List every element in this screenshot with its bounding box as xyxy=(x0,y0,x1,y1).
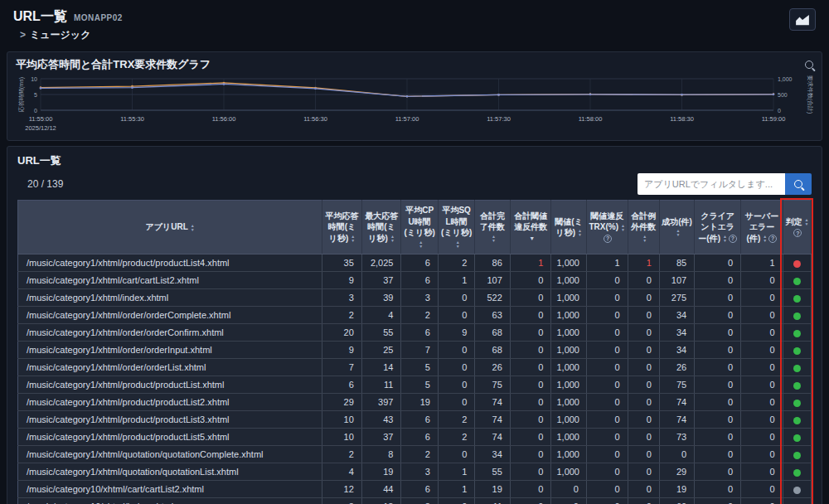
table-row[interactable]: /music/category1/xhtml/index.xhtml339305… xyxy=(18,289,812,307)
table-row[interactable]: /music/category1/xhtml/quotation/quotati… xyxy=(18,446,812,463)
value-cell: 74 xyxy=(475,411,510,429)
sort-icon[interactable]: ▲▼ xyxy=(456,240,460,249)
sort-icon[interactable]: ▲▼ xyxy=(723,235,727,243)
table-row[interactable]: /music/category1/xhtml/product/productLi… xyxy=(18,254,812,272)
status-green-dot xyxy=(793,417,801,424)
svg-text:5: 5 xyxy=(34,92,37,98)
help-icon[interactable]: ? xyxy=(793,229,802,237)
help-icon[interactable]: ? xyxy=(768,235,777,243)
value-cell: 0 xyxy=(741,342,783,359)
svg-text:要求件数(合計): 要求件数(合計) xyxy=(807,75,813,114)
chart-view-button[interactable] xyxy=(789,8,816,31)
column-header-13[interactable]: サーバーエラー(件)▲▼? xyxy=(741,201,783,254)
value-cell: 4 xyxy=(361,307,401,324)
app-url-cell[interactable]: /music/category1/xhtml/product/productLi… xyxy=(18,411,322,429)
column-header-7[interactable]: 合計閾値違反件数▼ xyxy=(510,201,551,254)
value-cell: 25 xyxy=(361,342,401,359)
status-green-dot xyxy=(793,313,801,320)
app-url-cell[interactable]: /music/category1/xhtml/order/orderInput.… xyxy=(18,342,322,359)
app-url-cell[interactable]: /music/category1/xhtml/quotation/quotati… xyxy=(18,463,322,481)
app-url-cell[interactable]: /music/category1/xhtml/order/orderComple… xyxy=(18,307,322,324)
table-row[interactable]: /music/category1/xhtml/order/orderConfir… xyxy=(18,324,812,342)
value-cell: 397 xyxy=(361,394,401,411)
table-row[interactable]: /music/category1/xhtml/order/orderComple… xyxy=(18,307,812,324)
app-url-cell[interactable]: /music/category1/xhtml/cart/cartList2.xh… xyxy=(18,272,322,289)
table-row[interactable]: /music/category1/xhtml/quotation/quotati… xyxy=(18,463,812,481)
app-url-cell[interactable]: /music/category1/xhtml/product/productLi… xyxy=(18,254,322,272)
judgement-cell xyxy=(783,429,811,446)
table-row[interactable]: /music/category1/xhtml/cart/cartList2.xh… xyxy=(18,272,812,289)
table-row[interactable]: /music/category1/xhtml/product/productLi… xyxy=(18,411,812,429)
sort-icon[interactable]: ▲▼ xyxy=(492,235,496,243)
sort-icon[interactable]: ▲▼ xyxy=(676,229,681,237)
zoom-icon[interactable] xyxy=(805,61,813,69)
sort-icon[interactable]: ▲▼ xyxy=(419,240,423,249)
sort-icon[interactable]: ▲▼ xyxy=(351,235,355,243)
column-header-10[interactable]: 合計例外件数▲▼ xyxy=(628,201,659,254)
app-url-cell[interactable]: /music/category10/xhtml/index.xhtml xyxy=(18,498,322,504)
svg-text:11:56:30: 11:56:30 xyxy=(303,115,327,123)
app-url-cell[interactable]: /music/category1/xhtml/quotation/quotati… xyxy=(18,446,322,463)
value-cell: 0 xyxy=(628,498,659,504)
value-cell: 2 xyxy=(401,307,438,324)
sort-icon[interactable]: ▲▼ xyxy=(390,235,395,243)
app-url-cell[interactable]: /music/category1/xhtml/order/orderList.x… xyxy=(18,359,322,376)
value-cell: 0 xyxy=(695,376,741,394)
value-cell: 74 xyxy=(475,394,510,411)
sort-desc-icon[interactable]: ▼ xyxy=(529,235,535,241)
table-row[interactable]: /music/category1/xhtml/order/orderInput.… xyxy=(18,342,812,359)
table-row[interactable]: /music/category1/xhtml/product/productLi… xyxy=(18,429,812,446)
app-url-cell[interactable]: /music/category1/xhtml/product/productLi… xyxy=(18,394,322,411)
column-header-5[interactable]: 平均SQL時間(ミリ秒)▲▼ xyxy=(438,201,474,254)
column-header-8[interactable]: 閾値(ミリ秒)▲▼ xyxy=(551,201,586,254)
value-cell: 37 xyxy=(361,429,401,446)
table-row[interactable]: /music/category1/xhtml/product/productLi… xyxy=(18,394,812,411)
value-cell: 74 xyxy=(659,411,694,429)
table-row[interactable]: /music/category1/xhtml/product/productLi… xyxy=(18,376,812,394)
value-cell: 20 xyxy=(322,324,362,342)
value-cell: 0 xyxy=(741,376,783,394)
value-cell: 60 xyxy=(659,498,694,504)
app-url-cell[interactable]: /music/category1/xhtml/order/orderConfir… xyxy=(18,324,322,342)
sort-icon[interactable]: ▲▼ xyxy=(621,224,625,232)
sort-icon[interactable]: ▲▼ xyxy=(763,235,767,243)
column-header-14[interactable]: 判定▲▼? xyxy=(783,201,811,254)
column-header-2[interactable]: 平均応答時間(ミリ秒)▲▼ xyxy=(322,201,362,254)
app-url-cell[interactable]: /music/category1/xhtml/product/productLi… xyxy=(18,376,322,394)
app-url-cell[interactable]: /music/category1/xhtml/product/productLi… xyxy=(18,429,322,446)
app-url-cell[interactable]: /music/category10/xhtml/cart/cartList2.x… xyxy=(18,481,322,498)
column-header-9[interactable]: 閾値違反TRX(%)▲▼? xyxy=(586,201,628,254)
status-green-dot xyxy=(793,382,801,390)
column-header-4[interactable]: 平均CPU時間(ミリ秒)▲▼ xyxy=(401,201,438,254)
value-cell: 1,000 xyxy=(551,394,586,411)
help-icon[interactable]: ? xyxy=(604,235,612,243)
table-row[interactable]: /music/category10/xhtml/cart/cartList2.x… xyxy=(18,481,812,498)
column-header-12[interactable]: クライアントエラー(件)▲▼? xyxy=(695,201,741,254)
sort-icon[interactable]: ▲▼ xyxy=(642,235,647,243)
value-cell: 1,000 xyxy=(551,254,586,272)
help-icon[interactable]: ? xyxy=(729,235,737,243)
svg-text:2025/12/12: 2025/12/12 xyxy=(25,124,56,132)
app-header: URL一覧 MONAPP02 >ミュージック xyxy=(0,0,829,46)
table-row[interactable]: /music/category1/xhtml/order/orderList.x… xyxy=(18,359,812,376)
value-cell: 0 xyxy=(741,359,783,376)
sort-icon[interactable]: ▲▼ xyxy=(804,218,808,226)
status-green-dot xyxy=(793,434,801,442)
value-cell: 0 xyxy=(438,446,474,463)
table-panel: URL一覧 20 / 139 アプリURL▲▼平均応答時間(ミリ秒)▲▼最大応答… xyxy=(7,146,822,504)
sort-icon[interactable]: ▲▼ xyxy=(578,229,582,237)
column-header-6[interactable]: 合計完了件数▲▼ xyxy=(475,201,510,254)
column-header-1[interactable]: アプリURL▲▼ xyxy=(18,201,322,254)
filter-search-button[interactable] xyxy=(785,173,812,195)
column-header-11[interactable]: 成功(件)▲▼ xyxy=(659,201,694,254)
app-url-cell[interactable]: /music/category1/xhtml/index.xhtml xyxy=(18,289,322,307)
breadcrumb-item-music[interactable]: ミュージック xyxy=(30,29,90,41)
judgement-cell xyxy=(783,359,811,376)
value-cell: 0 xyxy=(628,411,659,429)
url-filter-input[interactable] xyxy=(638,173,785,195)
table-row[interactable]: /music/category10/xhtml/index.xhtml31830… xyxy=(18,498,812,504)
value-cell: 3 xyxy=(401,498,438,504)
status-green-dot xyxy=(793,452,801,459)
column-header-3[interactable]: 最大応答時間(ミリ秒)▲▼ xyxy=(361,201,401,254)
sort-icon[interactable]: ▲▼ xyxy=(191,224,195,232)
